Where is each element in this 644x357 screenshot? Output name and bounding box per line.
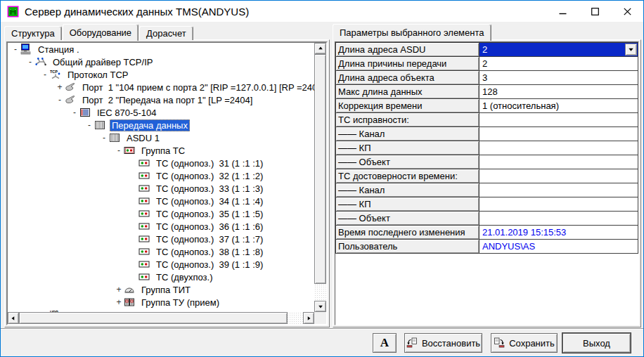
restore-button[interactable]: Восстановить (404, 333, 482, 353)
expand-toggle[interactable]: - (25, 58, 35, 66)
property-label: Коррекция времени (335, 98, 479, 113)
close-button[interactable] (611, 1, 643, 22)
tc-icon (139, 170, 151, 181)
property-value[interactable]: 3 (479, 70, 638, 85)
tab-recalc[interactable]: Дорасчет (139, 26, 193, 40)
minimize-button[interactable] (546, 1, 579, 22)
equipment-tab-page: -Станция .-Общий драйвер TCP/IP-TCPПрото… (4, 39, 330, 327)
tree-item[interactable]: -Группа ТС (8, 144, 314, 157)
app-icon[interactable] (7, 6, 19, 18)
scroll-up-button[interactable] (314, 43, 326, 54)
property-row: —— Канал (335, 126, 638, 141)
property-row: —— Объект (335, 155, 638, 169)
tree-item[interactable]: ТС (однопоз.) 37 (1 :1 :7) (8, 233, 314, 245)
tree-item[interactable]: -IEC 870-5-104 (8, 106, 314, 119)
property-row: Коррекция времени1 (относительная) (335, 98, 638, 113)
property-value[interactable] (479, 197, 638, 212)
property-value[interactable]: 2 (479, 56, 638, 71)
tree-item-label: ТС (однопоз.) 37 (1 :1 :7) (154, 233, 265, 245)
property-value[interactable]: 1 (относительная) (479, 98, 638, 113)
property-value[interactable] (479, 169, 638, 183)
property-value[interactable] (479, 211, 638, 226)
expand-toggle[interactable]: - (40, 70, 50, 79)
property-label: Макс длина данных (335, 84, 479, 99)
property-value[interactable] (479, 126, 638, 141)
expand-toggle[interactable]: + (55, 83, 65, 91)
property-row: Время последнего изменения21.01.2019 15:… (335, 225, 638, 240)
tree-item-label: Передача данных (110, 119, 190, 131)
expand-toggle[interactable]: - (11, 45, 20, 53)
tree-item[interactable]: +Группа ТИТ (8, 283, 314, 296)
expand-toggle[interactable]: - (114, 146, 124, 155)
tree-item[interactable]: ТС (однопоз.) 31 (1 :1 :1) (8, 157, 314, 169)
expand-toggle[interactable]: - (84, 121, 94, 129)
tree-item-label: IEC 870-5-104 (95, 107, 159, 119)
tree-item[interactable]: ТС (однопоз.) 34 (1 :1 :4) (8, 195, 314, 207)
property-value[interactable] (479, 155, 638, 169)
close-icon (624, 8, 631, 15)
tree-item[interactable]: ТС (однопоз.) 35 (1 :1 :5) (8, 207, 314, 220)
vertical-scroll-track[interactable] (314, 54, 326, 301)
exit-button[interactable]: Выход (562, 333, 631, 353)
property-value[interactable]: ANDYUS\AS (479, 239, 638, 254)
tree-item[interactable]: ТС (однопоз.) 38 (1 :1 :8) (8, 245, 314, 258)
expand-toggle[interactable]: - (70, 108, 79, 117)
maximize-button[interactable] (579, 1, 611, 22)
tit-group-icon (124, 284, 136, 295)
button-label: Выход (583, 338, 610, 349)
expand-toggle[interactable]: - (55, 96, 65, 104)
horizontal-scroll-track[interactable] (19, 312, 303, 324)
tree-item[interactable]: ТС (однопоз.) 36 (1 :1 :6) (8, 220, 314, 233)
property-row: —— Канал (335, 183, 638, 197)
tree-vertical-scrollbar[interactable] (314, 43, 326, 312)
tree-item[interactable]: ТС (однопоз.) 32 (1 :1 :2) (8, 169, 314, 182)
tree-item-label: ТС (однопоз.) 35 (1 :1 :5) (154, 208, 265, 220)
property-label: —— КП (335, 141, 479, 155)
property-grid: Длина адреса ASDU2Длина причины передачи… (335, 41, 639, 325)
font-button[interactable]: A (373, 333, 397, 353)
scrollbar-corner (314, 312, 326, 324)
tab-equipment[interactable]: Оборудование (63, 24, 139, 41)
property-row: Длина адреса объекта3 (335, 70, 638, 85)
tree-item-label: ТС (однопоз.) 32 (1 :1 :2) (154, 170, 265, 182)
property-row: —— КП (335, 197, 638, 212)
tree-item[interactable]: -Общий драйвер TCP/IP (8, 56, 314, 68)
property-value[interactable] (479, 183, 638, 197)
tree-item[interactable]: ТС (двухпоз.) (8, 271, 314, 283)
tc-icon (139, 183, 151, 194)
expand-toggle[interactable]: + (114, 285, 124, 294)
tree-item[interactable]: -ASDU 1 (8, 131, 314, 144)
tree-item[interactable]: ТС (однопоз.) 39 (1 :1 :9) (8, 258, 314, 271)
save-button[interactable]: Сохранить (491, 333, 558, 353)
tree-item[interactable]: ТС (однопоз.) 33 (1 :1 :3) (8, 182, 314, 195)
tab-structure[interactable]: Структура (4, 26, 62, 40)
parameters-tab-page: Длина адреса ASDU2Длина причины передачи… (333, 39, 641, 327)
vertical-scroll-thumb[interactable] (314, 54, 326, 284)
tree-item[interactable]: -TCPПротокол TCP (8, 68, 314, 81)
scroll-right-button[interactable] (303, 312, 314, 324)
property-value[interactable] (479, 112, 638, 127)
tree-item-label: Порт 1 "104 прием с порта 2" [RIP =127.0… (80, 82, 314, 93)
expand-toggle[interactable]: + (114, 298, 124, 306)
property-value[interactable]: 2 (479, 42, 638, 57)
property-value[interactable]: 128 (479, 84, 638, 99)
tree-item[interactable]: +Порт 1 "104 прием с порта 2" [RIP =127.… (8, 81, 314, 93)
tree-item[interactable]: +Группа ТУ (прием) (8, 296, 314, 309)
scroll-left-button[interactable] (8, 312, 19, 324)
property-label: —— Канал (335, 183, 479, 197)
tree-item-label: Общий драйвер TCP/IP (51, 56, 155, 68)
scroll-down-button[interactable] (314, 301, 326, 312)
property-label: ТС достоверности времени: (335, 169, 479, 183)
dropdown-button[interactable] (625, 44, 637, 56)
tree-item[interactable]: -Порт 2 "Передача на порт 1" [LP =2404] (8, 93, 314, 106)
tree-item-label: ТС (однопоз.) 34 (1 :1 :4) (154, 195, 265, 207)
tab-selected-element-params[interactable]: Параметры выбранного элемента (333, 24, 491, 41)
horizontal-scroll-thumb[interactable] (19, 312, 288, 324)
tree-item[interactable]: -Передача данных (8, 119, 314, 131)
expand-toggle[interactable]: - (99, 134, 109, 142)
tree-horizontal-scrollbar[interactable] (8, 312, 314, 324)
property-label: —— КП (335, 197, 479, 212)
property-value[interactable] (479, 141, 638, 155)
property-value[interactable]: 21.01.2019 15:15:53 (479, 225, 638, 240)
tree-item[interactable]: -Станция . (8, 43, 314, 56)
